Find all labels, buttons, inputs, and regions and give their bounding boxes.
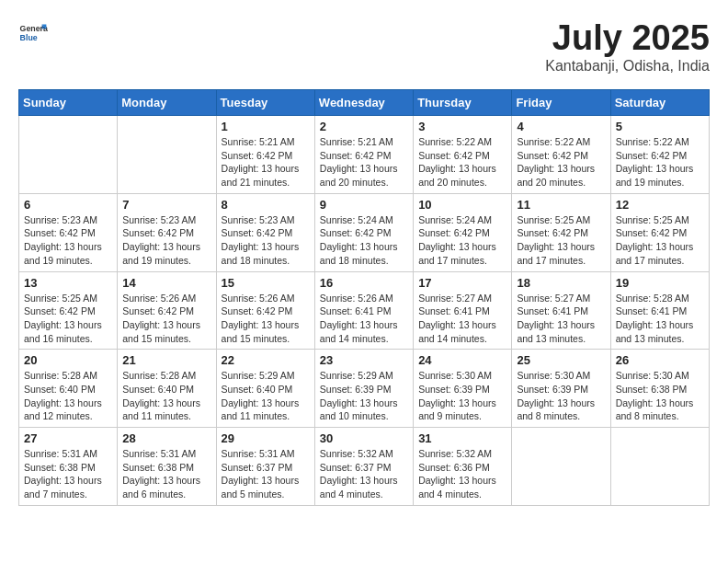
calendar-cell: 4Sunrise: 5:22 AM Sunset: 6:42 PM Daylig… xyxy=(512,116,610,194)
calendar-cell: 20Sunrise: 5:28 AM Sunset: 6:40 PM Dayli… xyxy=(19,350,118,428)
calendar-cell: 14Sunrise: 5:26 AM Sunset: 6:42 PM Dayli… xyxy=(118,271,216,350)
day-detail: Sunrise: 5:28 AM Sunset: 6:40 PM Dayligh… xyxy=(24,369,112,423)
title-area: July 2025 Kantabanji, Odisha, India xyxy=(545,18,710,75)
calendar-week-row: 20Sunrise: 5:28 AM Sunset: 6:40 PM Dayli… xyxy=(19,350,710,428)
day-number: 1 xyxy=(222,120,310,133)
calendar-cell: 16Sunrise: 5:26 AM Sunset: 6:41 PM Dayli… xyxy=(314,271,413,350)
day-number: 8 xyxy=(222,198,310,212)
svg-text:Blue: Blue xyxy=(20,33,38,42)
day-detail: Sunrise: 5:32 AM Sunset: 6:36 PM Dayligh… xyxy=(418,447,506,501)
day-detail: Sunrise: 5:25 AM Sunset: 6:42 PM Dayligh… xyxy=(616,213,704,268)
calendar-cell: 9Sunrise: 5:24 AM Sunset: 6:42 PM Daylig… xyxy=(314,193,413,271)
day-detail: Sunrise: 5:21 AM Sunset: 6:42 PM Dayligh… xyxy=(320,135,408,190)
day-detail: Sunrise: 5:22 AM Sunset: 6:42 PM Dayligh… xyxy=(517,135,605,190)
calendar-cell: 23Sunrise: 5:29 AM Sunset: 6:39 PM Dayli… xyxy=(314,350,413,428)
day-detail: Sunrise: 5:22 AM Sunset: 6:42 PM Dayligh… xyxy=(418,135,506,190)
calendar-cell: 27Sunrise: 5:31 AM Sunset: 6:38 PM Dayli… xyxy=(19,428,118,506)
day-detail: Sunrise: 5:25 AM Sunset: 6:42 PM Dayligh… xyxy=(24,292,112,346)
weekday-header-row: SundayMondayTuesdayWednesdayThursdayFrid… xyxy=(19,90,710,116)
day-detail: Sunrise: 5:30 AM Sunset: 6:38 PM Dayligh… xyxy=(616,369,704,423)
calendar-cell: 13Sunrise: 5:25 AM Sunset: 6:42 PM Dayli… xyxy=(19,271,118,350)
day-detail: Sunrise: 5:26 AM Sunset: 6:42 PM Dayligh… xyxy=(122,292,210,346)
calendar-cell: 6Sunrise: 5:23 AM Sunset: 6:42 PM Daylig… xyxy=(19,193,118,271)
day-detail: Sunrise: 5:24 AM Sunset: 6:42 PM Dayligh… xyxy=(320,213,408,268)
calendar-cell xyxy=(118,116,216,194)
calendar-cell: 12Sunrise: 5:25 AM Sunset: 6:42 PM Dayli… xyxy=(610,193,709,271)
day-number: 20 xyxy=(24,353,112,367)
day-number: 18 xyxy=(517,276,605,290)
day-detail: Sunrise: 5:30 AM Sunset: 6:39 PM Dayligh… xyxy=(418,369,506,423)
calendar-week-row: 13Sunrise: 5:25 AM Sunset: 6:42 PM Dayli… xyxy=(19,271,710,350)
day-detail: Sunrise: 5:27 AM Sunset: 6:41 PM Dayligh… xyxy=(517,292,605,346)
day-number: 14 xyxy=(122,276,210,290)
month-title: July 2025 xyxy=(545,18,710,58)
calendar-cell xyxy=(610,428,709,506)
logo: General Blue xyxy=(18,18,48,48)
calendar-cell: 21Sunrise: 5:28 AM Sunset: 6:40 PM Dayli… xyxy=(118,350,216,428)
day-number: 5 xyxy=(616,120,704,133)
weekday-header-monday: Monday xyxy=(118,90,216,116)
weekday-header-saturday: Saturday xyxy=(610,90,709,116)
weekday-header-tuesday: Tuesday xyxy=(216,90,314,116)
day-number: 24 xyxy=(418,353,506,367)
calendar-cell: 18Sunrise: 5:27 AM Sunset: 6:41 PM Dayli… xyxy=(512,271,610,350)
day-number: 9 xyxy=(320,198,408,212)
weekday-header-sunday: Sunday xyxy=(19,90,118,116)
day-detail: Sunrise: 5:26 AM Sunset: 6:41 PM Dayligh… xyxy=(320,292,408,346)
calendar-cell: 5Sunrise: 5:22 AM Sunset: 6:42 PM Daylig… xyxy=(610,116,709,194)
day-number: 10 xyxy=(418,198,506,212)
weekday-header-thursday: Thursday xyxy=(414,90,512,116)
day-number: 28 xyxy=(122,431,210,445)
calendar-cell: 11Sunrise: 5:25 AM Sunset: 6:42 PM Dayli… xyxy=(512,193,610,271)
day-number: 29 xyxy=(222,431,310,445)
logo-icon: General Blue xyxy=(18,18,48,48)
day-number: 16 xyxy=(320,276,408,290)
day-detail: Sunrise: 5:28 AM Sunset: 6:41 PM Dayligh… xyxy=(616,292,704,346)
calendar-cell: 15Sunrise: 5:26 AM Sunset: 6:42 PM Dayli… xyxy=(216,271,314,350)
day-detail: Sunrise: 5:27 AM Sunset: 6:41 PM Dayligh… xyxy=(418,292,506,346)
day-detail: Sunrise: 5:26 AM Sunset: 6:42 PM Dayligh… xyxy=(222,292,310,346)
calendar-cell: 10Sunrise: 5:24 AM Sunset: 6:42 PM Dayli… xyxy=(414,193,512,271)
day-number: 7 xyxy=(122,198,210,212)
calendar-cell: 31Sunrise: 5:32 AM Sunset: 6:36 PM Dayli… xyxy=(414,428,512,506)
day-detail: Sunrise: 5:31 AM Sunset: 6:38 PM Dayligh… xyxy=(24,447,112,501)
day-detail: Sunrise: 5:31 AM Sunset: 6:37 PM Dayligh… xyxy=(222,447,310,501)
calendar-week-row: 6Sunrise: 5:23 AM Sunset: 6:42 PM Daylig… xyxy=(19,193,710,271)
day-number: 15 xyxy=(222,276,310,290)
calendar-table: SundayMondayTuesdayWednesdayThursdayFrid… xyxy=(18,89,710,506)
day-number: 17 xyxy=(418,276,506,290)
calendar-cell: 25Sunrise: 5:30 AM Sunset: 6:39 PM Dayli… xyxy=(512,350,610,428)
day-number: 6 xyxy=(24,198,112,212)
calendar-cell: 30Sunrise: 5:32 AM Sunset: 6:37 PM Dayli… xyxy=(314,428,413,506)
day-detail: Sunrise: 5:30 AM Sunset: 6:39 PM Dayligh… xyxy=(517,369,605,423)
day-number: 12 xyxy=(616,198,704,212)
day-number: 11 xyxy=(517,198,605,212)
day-detail: Sunrise: 5:29 AM Sunset: 6:40 PM Dayligh… xyxy=(222,369,310,423)
day-detail: Sunrise: 5:23 AM Sunset: 6:42 PM Dayligh… xyxy=(122,213,210,268)
day-number: 3 xyxy=(418,120,506,133)
calendar-cell: 24Sunrise: 5:30 AM Sunset: 6:39 PM Dayli… xyxy=(414,350,512,428)
weekday-header-wednesday: Wednesday xyxy=(314,90,413,116)
calendar-cell: 17Sunrise: 5:27 AM Sunset: 6:41 PM Dayli… xyxy=(414,271,512,350)
calendar-cell: 29Sunrise: 5:31 AM Sunset: 6:37 PM Dayli… xyxy=(216,428,314,506)
day-detail: Sunrise: 5:31 AM Sunset: 6:38 PM Dayligh… xyxy=(122,447,210,501)
day-number: 23 xyxy=(320,353,408,367)
calendar-cell xyxy=(19,116,118,194)
day-detail: Sunrise: 5:21 AM Sunset: 6:42 PM Dayligh… xyxy=(222,135,310,190)
day-number: 27 xyxy=(24,431,112,445)
calendar-cell: 7Sunrise: 5:23 AM Sunset: 6:42 PM Daylig… xyxy=(118,193,216,271)
weekday-header-friday: Friday xyxy=(512,90,610,116)
day-number: 13 xyxy=(24,276,112,290)
day-detail: Sunrise: 5:29 AM Sunset: 6:39 PM Dayligh… xyxy=(320,369,408,423)
calendar-cell: 26Sunrise: 5:30 AM Sunset: 6:38 PM Dayli… xyxy=(610,350,709,428)
calendar-cell: 19Sunrise: 5:28 AM Sunset: 6:41 PM Dayli… xyxy=(610,271,709,350)
calendar-cell: 8Sunrise: 5:23 AM Sunset: 6:42 PM Daylig… xyxy=(216,193,314,271)
calendar-week-row: 27Sunrise: 5:31 AM Sunset: 6:38 PM Dayli… xyxy=(19,428,710,506)
calendar-cell: 3Sunrise: 5:22 AM Sunset: 6:42 PM Daylig… xyxy=(414,116,512,194)
calendar-cell: 1Sunrise: 5:21 AM Sunset: 6:42 PM Daylig… xyxy=(216,116,314,194)
day-detail: Sunrise: 5:28 AM Sunset: 6:40 PM Dayligh… xyxy=(122,369,210,423)
day-detail: Sunrise: 5:23 AM Sunset: 6:42 PM Dayligh… xyxy=(222,213,310,268)
calendar-cell: 22Sunrise: 5:29 AM Sunset: 6:40 PM Dayli… xyxy=(216,350,314,428)
day-detail: Sunrise: 5:24 AM Sunset: 6:42 PM Dayligh… xyxy=(418,213,506,268)
day-number: 22 xyxy=(222,353,310,367)
